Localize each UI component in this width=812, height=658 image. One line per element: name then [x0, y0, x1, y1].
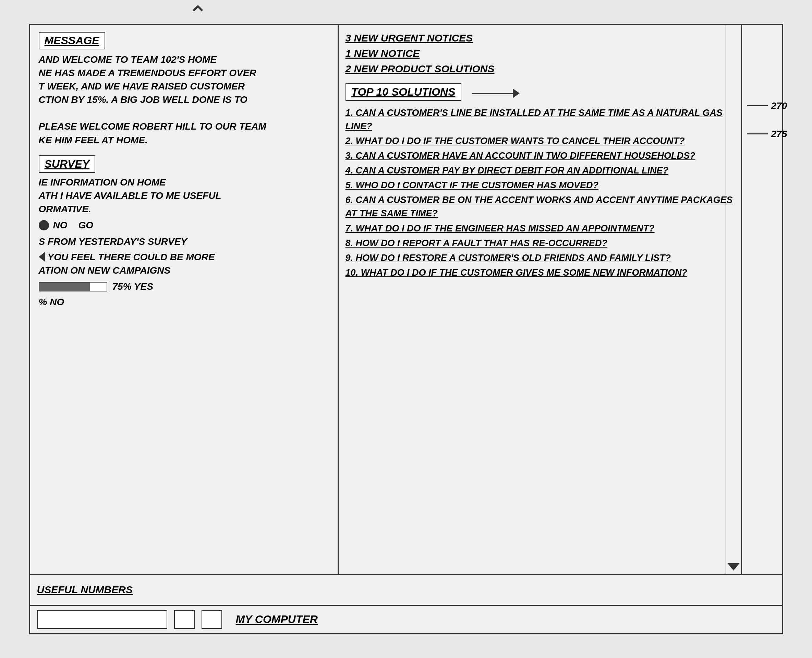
- message-body: AND WELCOME TO TEAM 102'S HOME NE HAS MA…: [39, 53, 329, 147]
- top10-arrow: [472, 88, 519, 98]
- right-panel-content: 3 NEW URGENT NOTICES 1 NEW NOTICE 2 NEW …: [339, 25, 741, 574]
- useful-numbers-bar: USEFUL NUMBERS: [30, 575, 782, 606]
- label-270-line: [747, 105, 768, 106]
- arrow-row: YOU FEEL THERE COULD BE MORE: [39, 250, 329, 264]
- arrow-tip-icon: [513, 88, 519, 98]
- label-275-row: 275: [747, 128, 787, 139]
- left-arrow-icon: [39, 252, 45, 262]
- survey-section: SURVEY IE INFORMATION ON HOME ATH I HAVE…: [39, 155, 329, 309]
- message-title: MESSAGE: [39, 32, 105, 49]
- arrow-line: [472, 93, 513, 94]
- yes-bar-row: 75% YES: [39, 280, 329, 293]
- yes-progress-bar: [39, 282, 107, 291]
- footer: MY COMPUTER: [30, 606, 782, 633]
- chevron-up-icon: ⌃: [188, 3, 208, 27]
- survey-more: ATION ON NEW CAMPAIGNS: [39, 264, 329, 277]
- far-right-panel: 270 275: [741, 25, 782, 574]
- survey-body: IE INFORMATION ON HOME ATH I HAVE AVAILA…: [39, 175, 329, 216]
- survey-title: SURVEY: [39, 155, 95, 173]
- label-270: 270: [771, 100, 787, 111]
- top10-title: TOP 10 SOLUTIONS: [346, 83, 462, 101]
- main-window: ⌃ MESSAGE AND WELCOME TO TEAM 102'S HOME…: [29, 24, 783, 634]
- radio-filled-icon[interactable]: [39, 220, 49, 230]
- notices-section: 3 NEW URGENT NOTICES 1 NEW NOTICE 2 NEW …: [346, 30, 734, 77]
- footer-input-2[interactable]: [174, 610, 195, 629]
- yes-progress-fill: [39, 282, 90, 291]
- right-panel: 3 NEW URGENT NOTICES 1 NEW NOTICE 2 NEW …: [339, 25, 741, 574]
- scrollbar[interactable]: [726, 25, 741, 574]
- message-section: MESSAGE AND WELCOME TO TEAM 102'S HOME N…: [39, 32, 329, 147]
- footer-input-3[interactable]: [202, 610, 222, 629]
- solutions-list: 1. CAN A CUSTOMER'S LINE BE INSTALLED AT…: [346, 106, 734, 280]
- no-percent: % NO: [39, 295, 329, 309]
- footer-input-1[interactable]: [37, 610, 167, 629]
- label-275-line: [747, 133, 768, 135]
- top-arrow-indicator: ⌃: [188, 3, 208, 27]
- top10-title-row: TOP 10 SOLUTIONS: [346, 83, 734, 103]
- radio-no-row: NO GO: [39, 218, 329, 232]
- label-270-row: 270: [747, 100, 787, 111]
- main-content-area: MESSAGE AND WELCOME TO TEAM 102'S HOME N…: [30, 25, 782, 575]
- my-computer-label: MY COMPUTER: [236, 613, 318, 626]
- label-275: 275: [771, 128, 787, 139]
- scroll-down-arrow[interactable]: [728, 563, 740, 570]
- left-panel: MESSAGE AND WELCOME TO TEAM 102'S HOME N…: [30, 25, 339, 574]
- useful-numbers-label: USEFUL NUMBERS: [37, 584, 133, 595]
- survey-from: S FROM YESTERDAY'S SURVEY: [39, 235, 329, 248]
- top10-section: TOP 10 SOLUTIONS 1. CAN A CUSTOMER'S LIN…: [346, 83, 734, 280]
